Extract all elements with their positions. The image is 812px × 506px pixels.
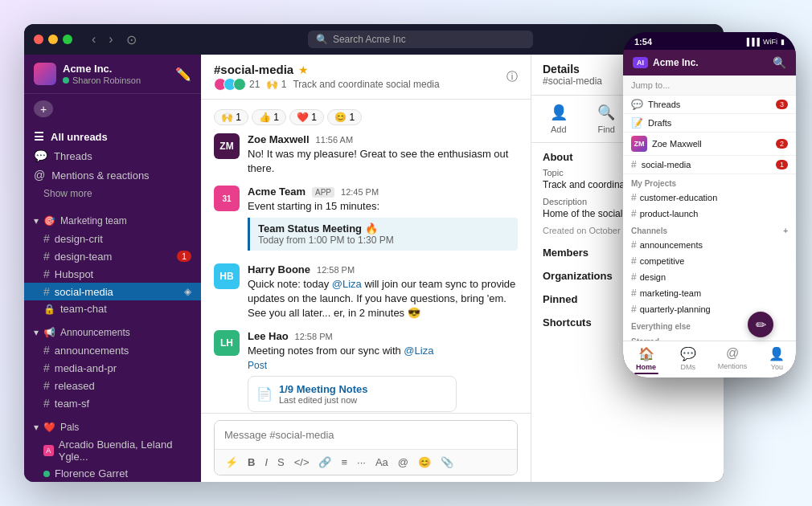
sidebar-dm-section: ▾ ❤️ Pals A Arcadio Buendia, Leland Ygle… [24,418,201,482]
phone-bottom-nav: 🏠 Home 💬 DMs @ Mentions 👤 You [623,341,796,377]
bookmark-icon: ◈ [184,286,191,297]
phone-status-icons: ▐▐▐ WiFi ▮ [744,38,785,46]
add-channel-icon[interactable]: + [783,226,788,235]
close-button[interactable] [34,35,43,44]
history-button[interactable]: ⊙ [123,31,140,49]
sidebar-channel-released[interactable]: # released [24,377,201,394]
sidebar-channel-announcements[interactable]: # announcements [24,341,201,359]
dm-item-arcadio[interactable]: A Arcadio Buendia, Leland Ygle... [24,436,201,465]
phone-search-icon[interactable]: 🔍 [773,56,786,69]
reaction-thumbs[interactable]: 👍 1 [252,109,286,125]
phone-threads-item[interactable]: 💬 Threads 3 [623,96,796,114]
show-more-button[interactable]: Show more [24,185,201,202]
sidebar-channel-design-team[interactable]: # design-team 1 [24,247,201,265]
post-link-text[interactable]: Post [248,360,267,371]
reaction-clap[interactable]: 🙌 1 [214,109,248,125]
phone-dm-zoe[interactable]: ZM Zoe Maxwell 2 [623,133,796,156]
mention-liza-2: @Liza [404,345,433,357]
phone-compose-fab[interactable]: ✏ [748,312,773,337]
phone-social-media-name: social-media [642,160,691,169]
dm-zoe-badge: 2 [776,139,788,149]
toolbar-list[interactable]: ≡ [338,455,350,470]
phone-hash-icon: # [631,159,637,170]
phone-nav-home[interactable]: 🏠 Home [634,346,658,374]
details-add-action[interactable]: 👤 Add [550,104,568,134]
threads-item-left: 💬 Threads [631,99,680,110]
reactions-count: 🙌 1 [266,79,286,90]
sidebar-channel-hubspot[interactable]: # Hubspot [24,265,201,283]
phone-time: 1:54 [634,37,652,47]
product-launch-left: # product-launch [631,208,698,219]
sidebar-channel-design-crit[interactable]: # design-crit [24,230,201,247]
toolbar-bold[interactable]: B [245,455,257,470]
design-left: # design [631,271,666,283]
toolbar-lightning[interactable]: ⚡ [223,455,240,470]
dm-avatar-zoe: ZM [631,136,647,152]
details-title: Details [543,63,602,75]
toolbar-link[interactable]: 🔗 [316,455,334,470]
phone-channel-social-media[interactable]: # social-media 1 [623,156,796,174]
reaction-smile[interactable]: 😊 1 [327,109,362,125]
section-header-pals[interactable]: ▾ ❤️ Pals [24,418,201,436]
channel-name-team-chat: team-chat [60,303,107,315]
toolbar-mention[interactable]: @ [396,455,411,470]
msg-text-acme: Event starting in 15 minutes: [248,199,518,214]
sidebar-channel-team-chat[interactable]: 🔒 team-chat [24,300,201,317]
sidebar-item-all-unreads[interactable]: ☰ All unreads [24,127,201,146]
channels-header: Channels + [623,222,796,237]
forward-button[interactable]: › [105,31,116,49]
phone-jump-to[interactable]: Jump to... [623,75,796,96]
reaction-heart[interactable]: ❤️ 1 [289,109,324,125]
toolbar-code[interactable]: </> [292,455,312,470]
details-find-action[interactable]: 🔍 Find [597,104,615,134]
phone-drafts-icon: 📝 [631,117,643,129]
toolbar-text-style[interactable]: Aa [373,455,391,470]
phone-quarterly-planning-channel[interactable]: # quarterly-planning [623,301,796,317]
sidebar-channel-social-media[interactable]: # social-media ◈ [24,283,201,300]
phone-threads-icon: 💬 [631,99,643,110]
compose-button[interactable]: ✏️ [175,67,191,82]
back-button[interactable]: ‹ [88,31,99,49]
dms-nav-icon: 💬 [680,346,696,361]
compose-input[interactable] [215,421,517,449]
meeting-notes-card[interactable]: 📄 1/9 Meeting Notes Last edited just now [248,376,457,412]
phone-nav-mentions[interactable]: @ Mentions [718,346,748,374]
phone-announcements-channel[interactable]: # announcements [623,237,796,253]
dm-item-florence[interactable]: Florence Garret [24,465,201,482]
message-harry-boone: HB Harry Boone 12:58 PM Quick note: toda… [214,263,518,321]
sidebar-item-mentions[interactable]: @ Mentions & reactions [24,165,201,185]
competitive-left: # competitive [631,255,684,267]
phone-nav-dms[interactable]: 💬 DMs [680,346,696,374]
msg-time-lee: 12:58 PM [295,332,333,341]
phone-customer-education[interactable]: # customer-education [623,190,796,206]
info-icon[interactable]: ⓘ [506,70,518,84]
mobile-phone: 1:54 ▐▐▐ WiFi ▮ AI Acme Inc. 🔍 Jump to..… [623,32,796,377]
maximize-button[interactable] [63,35,72,44]
toolbar-emoji[interactable]: 😊 [416,455,433,470]
toolbar-italic[interactable]: I [262,455,270,470]
sidebar-item-threads[interactable]: 💬 Threads [24,146,201,165]
toolbar-more[interactable]: ··· [355,455,368,470]
phone-product-launch[interactable]: # product-launch [623,206,796,222]
sidebar-channel-media-and-pr[interactable]: # media-and-pr [24,359,201,377]
toolbar-attachment[interactable]: 📎 [438,455,456,470]
add-workspace-button[interactable]: + [34,100,53,117]
minimize-button[interactable] [48,35,58,44]
toolbar-strikethrough[interactable]: S [275,455,287,470]
section-header-marketing[interactable]: ▾ 🎯 Marketing team [24,212,201,230]
phone-competitive-channel[interactable]: # competitive [623,253,796,269]
global-search-bar[interactable]: 🔍 Search Acme Inc [308,31,533,48]
channels-section-label: Channels [631,226,667,235]
drafts-item-left: 📝 Drafts [631,117,671,129]
msg-time-harry: 12:58 PM [317,265,355,275]
star-icon[interactable]: ★ [298,63,309,76]
sidebar-channel-team-sf[interactable]: # team-sf [24,394,201,412]
msg-content-acme: Acme Team APP 12:45 PM Event starting in… [248,186,518,253]
phone-design-channel[interactable]: # design [623,269,796,285]
section-header-announcements[interactable]: ▾ 📢 Announcements [24,324,201,341]
phone-nav-you[interactable]: 👤 You [769,346,785,374]
hash-icon: # [43,250,50,263]
phone-drafts-item[interactable]: 📝 Drafts [623,114,796,133]
phone-marketing-team-channel[interactable]: # marketing-team [623,285,796,301]
msg-author-zoe: Zoe Maxwell [248,133,310,145]
